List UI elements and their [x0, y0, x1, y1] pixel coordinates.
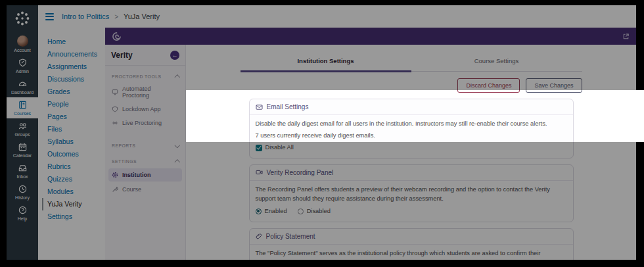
- wrench-icon: [112, 186, 118, 193]
- course-nav-announcements[interactable]: Announcements: [47, 48, 105, 61]
- policy-statement-card: Policy Statement The "Policy Statement" …: [249, 228, 574, 260]
- people-icon: [18, 121, 28, 131]
- course-nav-people[interactable]: People: [47, 98, 105, 110]
- course-nav-modules[interactable]: Modules: [47, 185, 105, 198]
- chevron-up-icon: [174, 160, 179, 165]
- nav-item-label: Live Proctoring: [122, 120, 162, 126]
- course-nav-discussions[interactable]: Discussions: [47, 73, 105, 85]
- course-nav-rubrics[interactable]: Rubrics: [47, 160, 105, 173]
- canvas-app-window: Account Admin Dashboard Courses: [7, 5, 636, 260]
- sidebar-item-dashboard[interactable]: Dashboard: [7, 76, 38, 97]
- section-reports[interactable]: REPORTS: [105, 135, 185, 151]
- radio-enabled[interactable]: Enabled: [256, 207, 287, 216]
- section-label: PROCTORED TOOLS: [112, 74, 162, 79]
- nav-live-proctoring[interactable]: Live Proctoring: [105, 116, 185, 130]
- spotlight-band: [635, 90, 644, 142]
- verity-title: Verity: [111, 51, 133, 60]
- avatar: [17, 36, 28, 47]
- recording-panel-card: Verity Recording Panel The Recording Pan…: [249, 164, 574, 222]
- card-title: Policy Statement: [266, 233, 315, 240]
- policy-statement-desc: The "Policy Statement" serves as the ins…: [256, 249, 567, 260]
- section-settings[interactable]: SETTINGS: [105, 151, 185, 167]
- course-nav-syllabus[interactable]: Syllabus: [47, 135, 105, 148]
- breadcrumb-course-link[interactable]: Intro to Politics: [62, 12, 109, 20]
- sidebar-item-label: Dashboard: [11, 90, 34, 95]
- course-nav-pages[interactable]: Pages: [47, 110, 105, 123]
- gear-icon: [112, 172, 118, 178]
- email-settings-header: Email Settings: [250, 99, 573, 115]
- sidebar-item-label: Admin: [16, 69, 29, 74]
- sidebar-item-label: Calendar: [13, 153, 32, 158]
- breadcrumb-bar: Intro to Politics > YuJa Verity: [38, 5, 636, 28]
- shield-pen-icon: [18, 58, 28, 68]
- radio-label: Disabled: [307, 207, 331, 216]
- video-camera-icon: [256, 169, 263, 176]
- email-settings-stat: 7 users currently receive daily digest e…: [256, 132, 567, 141]
- sidebar-item-label: Inbox: [16, 174, 28, 180]
- sidebar-item-history[interactable]: History: [7, 182, 38, 203]
- verity-lti-frame: Verity ← PROCTORED TOOLS Automated Proct…: [105, 28, 636, 260]
- clock-icon: [18, 184, 28, 194]
- section-label: SETTINGS: [112, 159, 137, 164]
- breadcrumb-current: YuJa Verity: [124, 12, 160, 20]
- sidebar-item-groups[interactable]: Groups: [7, 118, 38, 139]
- nav-item-label: Automated Proctoring: [122, 85, 179, 99]
- course-nav-grades[interactable]: Grades: [47, 85, 105, 98]
- card-title: Verity Recording Panel: [267, 169, 334, 176]
- hamburger-icon[interactable]: [45, 13, 54, 20]
- canvas-global-nav: Account Admin Dashboard Courses: [7, 5, 38, 260]
- gauge-icon: [18, 79, 28, 89]
- nav-institution[interactable]: Institution: [108, 168, 182, 182]
- radio-label: Enabled: [265, 207, 287, 216]
- breadcrumb: Intro to Politics > YuJa Verity: [62, 12, 160, 20]
- sidebar-item-label: Account: [14, 48, 30, 53]
- chevron-down-icon: [174, 142, 179, 147]
- tab-course-settings[interactable]: Course Settings: [411, 53, 582, 71]
- nav-item-label: Course: [122, 186, 141, 193]
- book-icon: [18, 100, 28, 110]
- shield-icon: [112, 106, 118, 112]
- sidebar-item-help[interactable]: Help: [7, 203, 38, 224]
- checkbox-checked-icon[interactable]: [256, 145, 262, 151]
- course-nav-assignments[interactable]: Assignments: [47, 61, 105, 73]
- nav-course[interactable]: Course: [105, 183, 185, 197]
- radio-disabled[interactable]: Disabled: [298, 207, 331, 216]
- yuja-logo-icon: [112, 32, 122, 41]
- course-nav-outcomes[interactable]: Outcomes: [47, 148, 105, 160]
- nav-lockdown-app[interactable]: Lockdown App: [105, 103, 185, 116]
- disable-all-checkbox-row[interactable]: Disable All: [256, 143, 567, 153]
- verity-sidebar-header: Verity ←: [105, 45, 185, 66]
- canvas-logo-icon[interactable]: [14, 10, 31, 30]
- nav-item-label: Institution: [122, 172, 151, 178]
- question-circle-icon: [18, 205, 28, 215]
- sidebar-item-account[interactable]: Account: [7, 33, 38, 55]
- broadcast-icon: [112, 120, 118, 126]
- sidebar-item-label: History: [15, 195, 30, 201]
- sidebar-item-courses[interactable]: Courses: [7, 97, 38, 118]
- collapse-back-button[interactable]: ←: [170, 51, 179, 60]
- discard-changes-button[interactable]: Discard Changes: [457, 78, 520, 93]
- sidebar-item-label: Groups: [15, 132, 30, 137]
- course-nav-yuja-verity[interactable]: YuJa Verity: [42, 198, 105, 210]
- course-nav-home[interactable]: Home: [47, 36, 105, 48]
- open-in-new-window-icon[interactable]: [622, 33, 630, 40]
- sidebar-item-admin[interactable]: Admin: [7, 55, 38, 76]
- recording-panel-options: Enabled Disabled: [256, 207, 567, 216]
- course-nav-settings[interactable]: Settings: [47, 210, 105, 223]
- breadcrumb-separator: >: [114, 13, 118, 20]
- paperclip-icon: [256, 233, 262, 239]
- recording-panel-header: Verity Recording Panel: [250, 165, 573, 181]
- course-nav-files[interactable]: Files: [47, 123, 105, 135]
- sidebar-item-inbox[interactable]: Inbox: [7, 160, 38, 182]
- screenshot-stage: Account Admin Dashboard Courses: [0, 0, 644, 267]
- nav-automated-proctoring[interactable]: Automated Proctoring: [105, 82, 185, 103]
- calendar-icon: [18, 142, 28, 152]
- sidebar-item-calendar[interactable]: Calendar: [7, 139, 38, 160]
- course-nav-quizzes[interactable]: Quizzes: [47, 173, 105, 185]
- save-changes-button[interactable]: Save Changes: [526, 78, 582, 93]
- radio-unselected-icon: [298, 208, 304, 214]
- email-icon: [256, 104, 263, 110]
- settings-main-panel: Institution Settings Course Settings Dis…: [186, 45, 636, 260]
- section-proctored-tools[interactable]: PROCTORED TOOLS: [105, 66, 185, 82]
- tab-institution-settings[interactable]: Institution Settings: [241, 53, 411, 72]
